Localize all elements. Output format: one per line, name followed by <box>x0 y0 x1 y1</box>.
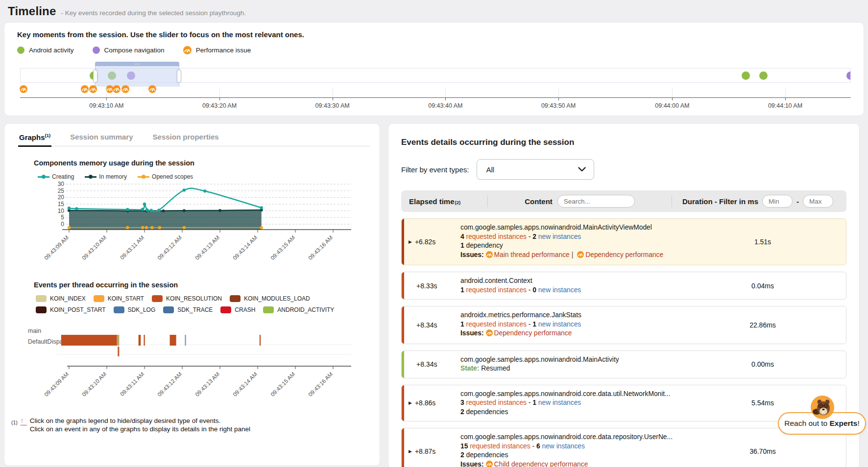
axis-time-label: 09:43:50 AM <box>541 102 576 109</box>
issue-link[interactable]: Child dependency performance <box>494 461 588 467</box>
duration-min-input[interactable] <box>762 195 793 208</box>
event-row[interactable]: ▶+8.87scom.google.samples.apps.nowinandr… <box>401 428 846 467</box>
header-divider <box>487 195 488 207</box>
performance-issue-marker[interactable] <box>20 85 27 95</box>
svg-text:15: 15 <box>58 201 65 208</box>
event-state-line: State: Resumed <box>460 364 684 374</box>
thread-legend-koin_modules_load[interactable]: KOIN_MODULES_LOAD <box>230 295 310 302</box>
thread-chart-title: Events per thread occurring in the sessi… <box>34 281 380 289</box>
timeline-slider-zone: 09:43:10 AM09:43:20 AM09:43:30 AM09:43:4… <box>17 60 851 113</box>
timeline-track[interactable] <box>20 68 851 83</box>
thread-legend-koin_start[interactable]: KOIN_START <box>94 295 144 302</box>
event-row[interactable]: +8.34scom.google.samples.apps.nowinandro… <box>401 350 846 378</box>
thread-legend-android_activity[interactable]: ANDROID_ACTIVITY <box>263 306 334 313</box>
event-type-swatch-icon <box>163 306 174 313</box>
android-activity-marker[interactable] <box>759 71 768 80</box>
event-issues-line: Issues: Child dependency performance <box>460 460 684 467</box>
event-type-select[interactable]: All <box>477 159 594 180</box>
thread-legend-sdk_trace[interactable]: SDK_TRACE <box>163 306 213 313</box>
duration-max-input[interactable] <box>803 195 833 208</box>
selection-left-handle-icon[interactable] <box>93 70 97 83</box>
event-type-swatch-icon <box>152 295 163 302</box>
axis-time-label: 09:43:30 AM <box>315 102 350 109</box>
performance-issue-marker[interactable] <box>81 85 89 95</box>
event-duration: 0.00ms <box>684 360 841 368</box>
event-type-swatch-icon <box>36 306 47 313</box>
issue-link[interactable]: Main thread performance <box>494 251 570 258</box>
issue-link[interactable]: Dependency performance <box>494 329 572 337</box>
thread-legend-koin_index[interactable]: KOIN_INDEX <box>36 295 86 302</box>
footnote-marker: (1) <box>11 420 18 425</box>
event-row[interactable]: ▶+6.82scom.google.samples.apps.nowinandr… <box>401 218 846 265</box>
svg-text:09:43:14 AM: 09:43:14 AM <box>232 371 258 397</box>
timeline-axis-line <box>20 97 851 98</box>
svg-text:10: 10 <box>58 208 65 214</box>
performance-issue-icon <box>113 85 121 93</box>
event-duration: 36.70ms <box>684 447 841 455</box>
svg-text:09:43:12 AM: 09:43:12 AM <box>156 371 183 397</box>
events-per-thread-chart[interactable]: mainDefaultDispatcher-worker-109:43:09 A… <box>8 319 380 407</box>
memory-legend-creating[interactable]: Creating <box>38 173 74 180</box>
memory-legend-opened-scopes[interactable]: Opened scopes <box>138 173 193 180</box>
axis-time-label: 09:43:10 AM <box>89 102 123 109</box>
event-elapsed-time: +6.82s <box>415 238 435 246</box>
selection-drag-handle[interactable] <box>95 62 179 66</box>
expand-arrow-icon[interactable]: ▶ <box>409 449 412 454</box>
opened-scope-point <box>260 226 263 229</box>
opened-scope-point <box>183 226 186 229</box>
graphs-card: Graphs(1)Session summarySession properti… <box>4 123 380 466</box>
thread-legend-koin_resolution[interactable]: KOIN_RESOLUTION <box>152 295 222 302</box>
event-instances-line: 3 requested instances - 1 new instances <box>460 398 684 408</box>
expand-arrow-icon[interactable]: ▶ <box>409 239 412 244</box>
column-elapsed-time: Elapsed time(2) <box>409 197 482 206</box>
thread-legend-crash[interactable]: CRASH <box>220 306 255 313</box>
thread-event-bar-koin_resolution <box>170 335 176 346</box>
legend-item-performance-issue[interactable]: Performance issue <box>183 46 251 54</box>
issue-link[interactable]: Dependency performance <box>585 251 663 258</box>
svg-text:09:43:16 AM: 09:43:16 AM <box>307 234 334 261</box>
android-activity-marker[interactable] <box>742 71 750 80</box>
page-title: Timeline <box>8 4 56 18</box>
performance-issue-marker[interactable] <box>121 85 129 95</box>
performance-issue-marker[interactable] <box>113 85 121 95</box>
performance-issue-marker[interactable] <box>89 85 97 95</box>
key-moments-card: Key moments from the session. Use the sl… <box>4 22 864 116</box>
event-elapsed-time: +8.87s <box>415 447 435 455</box>
performance-issue-icon <box>486 461 493 467</box>
performance-issue-icon <box>121 85 129 93</box>
content-search-input[interactable] <box>557 195 635 208</box>
tab-session-properties[interactable]: Session properties <box>152 131 220 146</box>
event-row[interactable]: ▶+8.86scom.google.samples.apps.nowinandr… <box>401 385 846 422</box>
left-panel-tabs: Graphs(1)Session summarySession properti… <box>18 131 370 146</box>
axis-time-label: 09:44:10 AM <box>768 102 802 109</box>
experts-mascot-avatar[interactable] <box>811 396 834 419</box>
event-class-name: com.google.samples.apps.nowinandroid.Mai… <box>460 355 684 365</box>
performance-issue-marker[interactable] <box>148 85 156 95</box>
axis-time-label: 09:44:00 AM <box>655 102 689 109</box>
legend-item-compose-navigation[interactable]: Compose navigation <box>93 47 165 54</box>
tab-graphs[interactable]: Graphs(1) <box>18 131 51 147</box>
compose-navigation-marker[interactable] <box>846 71 851 80</box>
performance-issue-row <box>20 85 851 93</box>
filter-label: Filter by event types: <box>401 165 469 174</box>
timeline-selection-range[interactable] <box>95 65 179 87</box>
thread-event-bar-koin_resolution <box>139 335 141 346</box>
event-row[interactable]: +8.33sandroid.content.Context1 requested… <box>401 272 846 300</box>
event-row[interactable]: +8.34sandroidx.metrics.performance.JankS… <box>401 306 846 344</box>
memory-usage-chart[interactable]: 05101520253009:43:09 AM09:43:10 AM09:43:… <box>8 181 380 270</box>
svg-text:30: 30 <box>58 181 65 187</box>
legend-item-android-activity[interactable]: Android activity <box>17 47 74 54</box>
opened-scope-point <box>68 226 71 229</box>
selection-right-handle-icon[interactable] <box>177 70 181 83</box>
memory-legend-in-memory[interactable]: In memory <box>85 173 127 180</box>
thread-legend-sdk_log[interactable]: SDK_LOG <box>114 306 156 313</box>
thread-legend-koin_post_start[interactable]: KOIN_POST_START <box>36 306 106 313</box>
key-moments-heading: Key moments from the session. Use the sl… <box>17 30 851 39</box>
performance-issue-icon <box>183 46 192 54</box>
event-instances-line: 1 requested instances - 1 new instances <box>460 320 684 329</box>
event-elapsed-time: +8.34s <box>416 321 437 329</box>
tab-session-summary[interactable]: Session summary <box>69 131 134 146</box>
page-subtitle: - Key events recorded during the selecte… <box>61 9 246 17</box>
expand-arrow-icon[interactable]: ▶ <box>409 400 412 405</box>
key-moments-legend: Android activityCompose navigation Perfo… <box>17 46 851 54</box>
